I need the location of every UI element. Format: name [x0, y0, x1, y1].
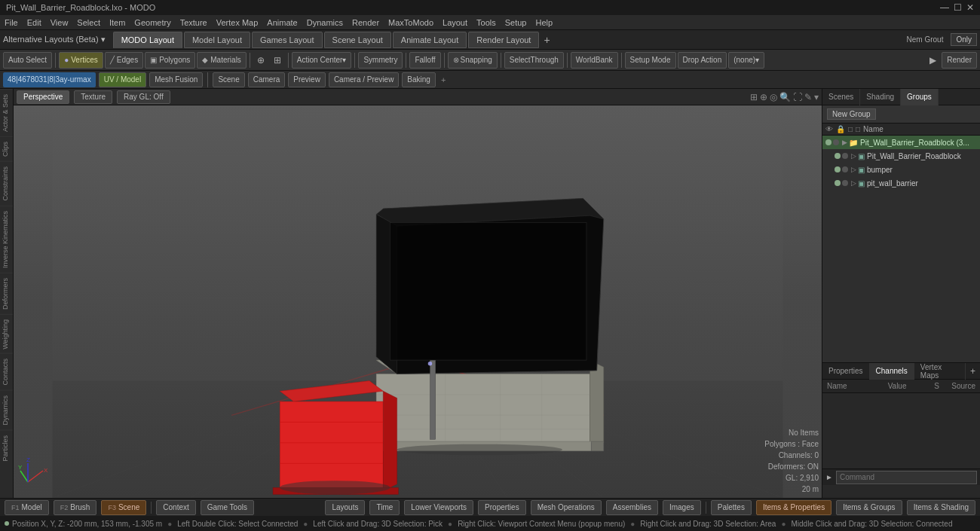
left-tab-ik[interactable]: Inverse Kinematics [0, 206, 13, 273]
preview-tab[interactable]: Preview [288, 72, 326, 87]
viewport-icon-2[interactable]: ⊕ [760, 92, 767, 102]
drop-action-btn[interactable]: Drop Action [678, 52, 727, 69]
texture-tab[interactable]: Texture [74, 90, 112, 104]
perspective-tab[interactable]: Perspective [17, 90, 69, 104]
vis-dot-8[interactable] [842, 180, 848, 186]
menu-render[interactable]: Render [352, 18, 379, 27]
vis-dot-4[interactable] [842, 153, 848, 159]
viewport-breadcrumb[interactable]: 48|4678031|8|3ay-urmax [3, 72, 96, 87]
tab-render-layout[interactable]: Render Layout [468, 32, 539, 48]
alternative-layouts-btn[interactable]: Alternative Layouts (Beta) ▾ [3, 35, 106, 44]
symmetry-btn[interactable]: Symmetry [358, 52, 403, 69]
left-tab-constraints[interactable]: Constraints [0, 161, 13, 206]
select-through-btn[interactable]: SelectThrough [504, 52, 564, 69]
lower-viewports-btn[interactable]: Lower Viewports [404, 500, 473, 515]
time-btn[interactable]: Time [369, 500, 400, 515]
uv-model-tab[interactable]: UV / Model [99, 72, 146, 87]
mesh-ops-btn[interactable]: Mesh Operations [531, 500, 602, 515]
col-icon-3[interactable]: □ [848, 125, 853, 133]
world-bank-btn[interactable]: WorldBank [571, 52, 618, 69]
setup-mode-btn[interactable]: Setup Mode [625, 52, 676, 69]
vis-dot-2[interactable] [833, 139, 839, 145]
snapping-btn[interactable]: ⊗Snapping [448, 52, 498, 69]
materials-btn[interactable]: ◆ Materials [197, 52, 247, 69]
menu-vertexmap[interactable]: Vertex Map [216, 18, 259, 27]
tab-modo-layout[interactable]: MODO Layout [113, 32, 182, 48]
menu-edit[interactable]: Edit [27, 18, 41, 27]
raygl-tab[interactable]: Ray GL: Off [117, 90, 170, 104]
camera-tab[interactable]: Camera [248, 72, 286, 87]
menu-maxtomodo[interactable]: MaxToModo [388, 18, 433, 27]
maximize-btn[interactable]: ☐ [954, 2, 962, 13]
tree-arrow-1[interactable]: ▷ [851, 152, 856, 160]
tab-games-layout[interactable]: Games Layout [252, 32, 323, 48]
menu-animate[interactable]: Animate [267, 18, 297, 27]
action-center-btn[interactable]: Action Center ▾ [292, 52, 352, 69]
baking-tab[interactable]: Baking [402, 72, 436, 87]
menu-tools[interactable]: Tools [476, 18, 496, 27]
left-tab-deformers[interactable]: Deformers [0, 273, 13, 314]
left-tab-contacts[interactable]: Contacts [0, 353, 13, 390]
add-layout-tab-btn[interactable]: + [541, 34, 553, 46]
viewport-icon-3[interactable]: ◎ [770, 92, 777, 102]
scene-tab[interactable]: Scene [213, 72, 244, 87]
layouts-btn[interactable]: Layouts [325, 500, 365, 515]
col-icon-2[interactable]: 🔒 [836, 125, 845, 133]
vis-dot-1[interactable] [825, 139, 831, 145]
tab-groups[interactable]: Groups [901, 89, 939, 105]
menu-select[interactable]: Select [77, 18, 100, 27]
icon-btn-1[interactable]: ⊕ [253, 53, 268, 68]
close-btn[interactable]: ✕ [966, 2, 974, 13]
icon-btn-2[interactable]: ⊞ [270, 53, 285, 68]
none-btn[interactable]: (none) ▾ [728, 52, 764, 69]
window-controls[interactable]: — ☐ ✕ [940, 2, 974, 13]
falloff-btn[interactable]: Falloff [409, 52, 440, 69]
col-icon-4[interactable]: □ [856, 125, 860, 133]
vis-dot-5[interactable] [835, 166, 841, 172]
left-tab-actors[interactable]: Actor & Sets [0, 89, 13, 136]
tree-root[interactable]: ▶ 📁 Pit_Wall_Barrier_Roadblock (3... [822, 136, 980, 149]
menu-geometry[interactable]: Geometry [134, 18, 170, 27]
mesh-fusion-tab[interactable]: Mesh Fusion [149, 72, 203, 87]
menu-setup[interactable]: Setup [505, 18, 527, 27]
menu-layout[interactable]: Layout [443, 18, 467, 27]
tree-item-pwbarrier[interactable]: ▷ ▣ pit_wall_barrier [822, 176, 980, 190]
polygons-btn[interactable]: ▣ Polygons [145, 52, 195, 69]
viewport-icon-6[interactable]: ✎ [804, 92, 812, 102]
sub-bar-plus[interactable]: + [441, 75, 446, 84]
tree-arrow-2[interactable]: ▷ [851, 166, 856, 173]
edges-btn[interactable]: ╱ Edges [105, 52, 143, 69]
menu-item[interactable]: Item [109, 18, 125, 27]
camera-preview-tab[interactable]: Camera / Preview [329, 72, 399, 87]
vertices-btn[interactable]: ● Vertices [59, 52, 103, 69]
context-btn[interactable]: Context [156, 500, 195, 515]
menu-help[interactable]: Help [535, 18, 553, 27]
tree-arrow-root[interactable]: ▶ [842, 139, 847, 146]
model-btn[interactable]: F1 Model [5, 500, 49, 515]
brush-btn[interactable]: F2 Brush [54, 500, 97, 515]
palettes-btn[interactable]: Palettes [711, 500, 752, 515]
render-icon[interactable]: ▶ [925, 53, 940, 68]
game-tools-btn[interactable]: Game Tools [201, 500, 254, 515]
tab-plus-btn[interactable]: + [966, 366, 980, 377]
viewport-icon-5[interactable]: ⛶ [793, 92, 802, 102]
assemblies-btn[interactable]: Assemblies [606, 500, 658, 515]
viewport-icon-4[interactable]: 🔍 [779, 92, 791, 102]
minimize-btn[interactable]: — [940, 2, 949, 13]
tab-model-layout[interactable]: Model Layout [184, 32, 250, 48]
vis-dot-3[interactable] [835, 153, 841, 159]
items-shading-btn[interactable]: Items & Shading [907, 500, 975, 515]
tree-item-bumper[interactable]: ▷ ▣ bumper [822, 163, 980, 176]
scene-canvas[interactable]: No Items Polygons : Face Channels: 0 Def… [14, 105, 822, 498]
left-tab-weighting[interactable]: Weighting [0, 314, 13, 354]
vis-dot-7[interactable] [835, 180, 841, 186]
tab-scenes[interactable]: Scenes [822, 89, 860, 105]
scene-btn[interactable]: F3 Scene [101, 500, 146, 515]
tree-arrow-3[interactable]: ▷ [851, 179, 856, 187]
tab-vertex-maps[interactable]: Vertex Maps [914, 363, 966, 380]
tab-properties[interactable]: Properties [822, 363, 870, 380]
left-tab-dynamics[interactable]: Dynamics [0, 390, 13, 430]
viewport-icon-7[interactable]: ▾ [814, 92, 819, 102]
command-input[interactable] [836, 471, 977, 484]
properties-btn[interactable]: Properties [478, 500, 526, 515]
